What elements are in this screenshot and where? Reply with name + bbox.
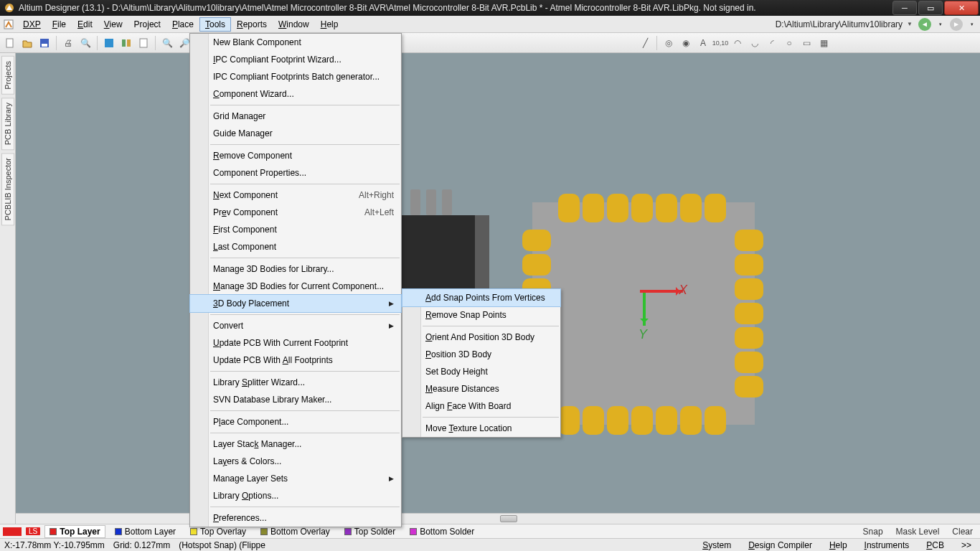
tools-menu-item[interactable]: IPC Compliant Footprints Batch generator… [190, 68, 401, 85]
pad [735, 230, 763, 251]
arc-any-icon[interactable]: ◜ [765, 36, 779, 50]
clear-button[interactable]: Clear [948, 526, 977, 537]
submenu-item[interactable]: Move Texture Location [402, 420, 560, 437]
preview-icon[interactable]: 🔍 [78, 36, 93, 50]
submenu-item[interactable]: Position 3D Body [402, 346, 560, 363]
tools-menu-item[interactable]: First Component [190, 221, 401, 238]
line-tool-icon[interactable]: ╱ [638, 36, 652, 50]
status-more[interactable]: >> [957, 540, 976, 550]
workspace-icon[interactable] [102, 36, 116, 50]
tools-menu-item[interactable]: Remove Component [190, 147, 401, 164]
minimize-button[interactable]: ─ [892, 1, 917, 15]
side-tab-projects[interactable]: Projects [1, 56, 14, 95]
window-title: Altium Designer (13.1) - D:\Altium\Libra… [19, 3, 892, 13]
tools-menu-item[interactable]: Guide Manager [190, 125, 401, 142]
tools-menu-item[interactable]: Manage 3D Bodies for Current Component..… [190, 278, 401, 295]
maximize-button[interactable]: ▭ [918, 1, 943, 15]
tools-menu-item[interactable]: Place Component... [190, 413, 401, 430]
tools-menu-item[interactable]: Update PCB With Current Footprint [190, 334, 401, 352]
tools-menu-item[interactable]: Last Component [190, 238, 401, 255]
pad [656, 406, 677, 435]
layer-set-button[interactable]: LS [26, 527, 40, 535]
path-dropdown-icon[interactable]: ▼ [907, 21, 913, 27]
submenu-item[interactable]: Add Snap Points From Vertices [402, 289, 560, 306]
svg-rect-4 [42, 44, 47, 47]
submenu-item[interactable]: Orient And Position 3D Body [402, 329, 560, 346]
nav-forward-button[interactable]: ► [950, 18, 963, 31]
save-icon[interactable] [37, 36, 52, 50]
pin-stub [410, 189, 420, 215]
tools-menu-item[interactable]: Manage 3D Bodies for Library... [190, 260, 401, 278]
tools-menu-item[interactable]: Prev ComponentAlt+Left [190, 204, 401, 221]
menu-dxp[interactable]: DXP [17, 17, 47, 32]
tools-menu-item[interactable]: IPC Compliant Footprint Wizard... [190, 51, 401, 68]
menu-window[interactable]: Window [273, 17, 315, 32]
status-instruments[interactable]: Instruments [860, 540, 914, 550]
pad [631, 406, 653, 435]
menu-edit[interactable]: Edit [72, 17, 98, 32]
array-icon[interactable]: ▦ [816, 36, 831, 50]
status-pcb[interactable]: PCB [922, 540, 948, 550]
arc-center-icon[interactable]: ◠ [730, 36, 745, 50]
devices-icon[interactable] [119, 36, 133, 50]
close-button[interactable]: ✕ [944, 1, 979, 15]
tools-menu-item[interactable]: Component Wizard... [190, 85, 401, 103]
mask-level-button[interactable]: Mask Level [892, 526, 944, 537]
status-design-compiler[interactable]: Design Compiler [744, 540, 816, 550]
menu-tools[interactable]: Tools [199, 17, 231, 32]
menu-help[interactable]: Help [315, 17, 344, 32]
tools-menu-item[interactable]: New Blank Component [190, 34, 401, 51]
zoom-in-icon[interactable]: 🔍 [160, 36, 174, 50]
side-tab-pcb-library[interactable]: PCB Library [1, 98, 14, 150]
menu-reports[interactable]: Reports [231, 17, 273, 32]
full-circle-icon[interactable]: ○ [782, 36, 796, 50]
status-system[interactable]: System [698, 540, 735, 550]
sheet-icon[interactable] [136, 36, 151, 50]
tools-menu-item[interactable]: SVN Database Library Maker... [190, 391, 401, 408]
submenu-item[interactable]: Set Body Height [402, 363, 560, 380]
dimension-tool-icon[interactable]: 10,10 [713, 36, 727, 50]
rectangle-icon[interactable]: ▭ [799, 36, 814, 50]
nav-back-button[interactable]: ◄ [918, 18, 931, 31]
tools-menu-item[interactable]: Update PCB With All Footprints [190, 352, 401, 369]
string-tool-icon[interactable]: A [696, 36, 710, 50]
status-help[interactable]: Help [825, 540, 852, 550]
menu-file[interactable]: File [47, 17, 72, 32]
tools-menu-item[interactable]: Layer Stack Manager... [190, 435, 401, 453]
menu-place[interactable]: Place [166, 17, 199, 32]
submenu-item[interactable]: Remove Snap Points [402, 306, 560, 324]
submenu-item[interactable]: Align Face With Board [402, 397, 560, 415]
tools-menu-item[interactable]: Preferences... [190, 509, 401, 527]
pad [705, 194, 726, 222]
axis-y-label: Y [639, 327, 647, 342]
menu-project[interactable]: Project [128, 17, 166, 32]
horizontal-scrollbar-thumb[interactable] [500, 515, 517, 522]
nav-back-menu[interactable]: ▾ [934, 18, 947, 31]
tools-menu-item[interactable]: Convert▶ [190, 317, 401, 334]
arc-edge-icon[interactable]: ◡ [748, 36, 762, 50]
submenu-item[interactable]: Measure Distances [402, 380, 560, 397]
pad [680, 406, 702, 435]
tools-menu-item[interactable]: 3D Body Placement▶ [190, 295, 401, 312]
tools-menu-item[interactable]: Manage Layer Sets▶ [190, 470, 401, 487]
dxp-icon[interactable] [3, 19, 14, 30]
layer-tab[interactable]: Top Layer [44, 525, 105, 538]
tools-menu-item[interactable]: Component Properties... [190, 164, 401, 182]
recent-path[interactable]: D:\Altium\Library\Alitumv10library [776, 19, 907, 29]
tools-menu-item[interactable]: Library Options... [190, 487, 401, 504]
layer-tab[interactable]: Bottom Layer [110, 525, 181, 538]
layer-tab[interactable]: Bottom Solder [405, 525, 479, 538]
tools-menu-item[interactable]: Grid Manager [190, 108, 401, 125]
new-icon[interactable] [3, 36, 17, 50]
snap-button[interactable]: Snap [859, 526, 887, 537]
tools-menu-item[interactable]: Next ComponentAlt+Right [190, 187, 401, 204]
nav-forward-menu[interactable]: ▾ [966, 18, 979, 31]
print-icon[interactable]: 🖨 [61, 36, 75, 50]
tools-menu-item[interactable]: Layers & Colors... [190, 453, 401, 470]
via-tool-icon[interactable]: ◉ [679, 36, 693, 50]
tools-menu-item[interactable]: Library Splitter Wizard... [190, 374, 401, 391]
side-tab-pcblib-inspector[interactable]: PCBLIB Inspector [1, 153, 14, 225]
open-icon[interactable] [20, 36, 34, 50]
menu-view[interactable]: View [98, 17, 128, 32]
pad-tool-icon[interactable]: ◎ [661, 36, 676, 50]
